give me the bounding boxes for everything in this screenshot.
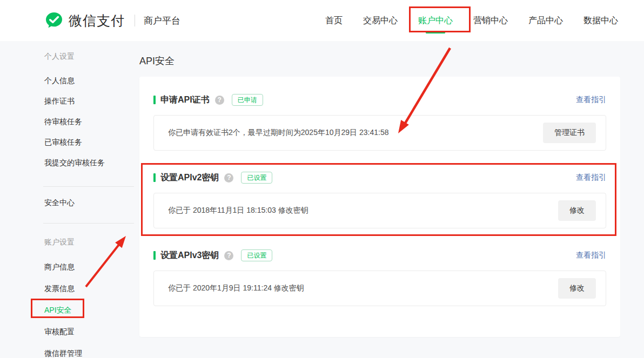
nav-item-account-center[interactable]: 账户中心 bbox=[418, 15, 453, 26]
section-title: 设置APIv2密钥 bbox=[160, 172, 219, 184]
section-box: 你已于 2018年11月1日 18:15:03 修改密钥 修改 bbox=[153, 193, 606, 228]
apiv2-key-status-text: 你已于 2018年11月1日 18:15:03 修改密钥 bbox=[168, 206, 308, 215]
sidebar-item-invoice-info[interactable]: 发票信息 bbox=[0, 278, 139, 300]
sidebar-group-personal-settings: 个人设置 bbox=[0, 46, 139, 67]
sidebar-item-security-center[interactable]: 安全中心 bbox=[0, 193, 139, 213]
page-title: API安全 bbox=[139, 55, 620, 67]
manage-certificate-button[interactable]: 管理证书 bbox=[543, 123, 596, 143]
top-header: 微信支付 商户平台 首页 交易中心 账户中心 营销中心 产品中心 数据中心 bbox=[0, 0, 644, 41]
nav-item-home[interactable]: 首页 bbox=[325, 15, 343, 26]
api-security-card: 申请API证书 ? 已申请 查看指引 你已申请有效证书2个，最早过期时间为202… bbox=[139, 77, 620, 337]
section-box: 你已申请有效证书2个，最早过期时间为2025年10月29日 23:41:58 管… bbox=[153, 115, 606, 151]
section-api-certificate: 申请API证书 ? 已申请 查看指引 你已申请有效证书2个，最早过期时间为202… bbox=[153, 93, 606, 151]
nav-item-marketing-center[interactable]: 营销中心 bbox=[473, 15, 508, 26]
apiv3-key-status-text: 你已于 2020年1月9日 19:11:24 修改密钥 bbox=[168, 283, 304, 293]
modify-apiv3-key-button[interactable]: 修改 bbox=[558, 278, 596, 299]
section-apiv3-key: 设置APIv3密钥 ? 已设置 查看指引 你已于 2020年1月9日 19:11… bbox=[153, 248, 606, 306]
section-accent-bar bbox=[153, 96, 156, 104]
sidebar-item-wechat-group-management[interactable]: 微信群管理 bbox=[0, 343, 139, 358]
wechat-pay-logo-icon bbox=[44, 11, 64, 30]
sidebar-item-personal-info[interactable]: 个人信息 bbox=[0, 71, 139, 91]
help-icon[interactable]: ? bbox=[224, 251, 233, 260]
section-title: 设置APIv3密钥 bbox=[160, 250, 219, 261]
top-nav: 首页 交易中心 账户中心 营销中心 产品中心 数据中心 bbox=[325, 15, 618, 26]
sidebar: 个人设置 个人信息 操作证书 待审核任务 已审核任务 我提交的审核任务 安全中心… bbox=[0, 41, 139, 358]
main-content: API安全 申请API证书 ? 已申请 查看指引 你已申请有效证书2个，最早过期… bbox=[139, 41, 644, 358]
section-title: 申请API证书 bbox=[160, 94, 210, 106]
view-guide-link[interactable]: 查看指引 bbox=[576, 95, 606, 105]
sidebar-group-account-settings: 账户设置 bbox=[0, 232, 139, 253]
view-guide-link[interactable]: 查看指引 bbox=[576, 251, 606, 260]
status-badge: 已设置 bbox=[241, 249, 272, 261]
status-badge: 已设置 bbox=[241, 172, 272, 184]
section-accent-bar bbox=[153, 173, 156, 182]
sidebar-item-merchant-info[interactable]: 商户信息 bbox=[0, 256, 139, 278]
sidebar-item-my-submitted-tasks[interactable]: 我提交的审核任务 bbox=[0, 153, 139, 173]
sidebar-item-operation-cert[interactable]: 操作证书 bbox=[0, 91, 139, 112]
portal-name: 商户平台 bbox=[144, 15, 180, 27]
help-icon[interactable]: ? bbox=[215, 96, 224, 105]
nav-item-product-center[interactable]: 产品中心 bbox=[528, 15, 563, 26]
page: 微信支付 商户平台 首页 交易中心 账户中心 营销中心 产品中心 数据中心 个人… bbox=[0, 0, 644, 358]
nav-item-data-center[interactable]: 数据中心 bbox=[583, 15, 618, 26]
sidebar-item-reviewed-tasks[interactable]: 已审核任务 bbox=[0, 132, 139, 153]
view-guide-link[interactable]: 查看指引 bbox=[576, 173, 606, 183]
certificate-status-text: 你已申请有效证书2个，最早过期时间为2025年10月29日 23:41:58 bbox=[168, 128, 388, 138]
section-accent-bar bbox=[153, 251, 156, 260]
page-body: 个人设置 个人信息 操作证书 待审核任务 已审核任务 我提交的审核任务 安全中心… bbox=[0, 41, 644, 358]
sidebar-item-pending-review-tasks[interactable]: 待审核任务 bbox=[0, 112, 139, 132]
brand-logo[interactable]: 微信支付 商户平台 bbox=[44, 11, 180, 30]
modify-apiv2-key-button[interactable]: 修改 bbox=[558, 200, 596, 221]
section-box: 你已于 2020年1月9日 19:11:24 修改密钥 修改 bbox=[153, 271, 606, 306]
sidebar-item-review-config[interactable]: 审核配置 bbox=[0, 321, 139, 343]
sidebar-divider bbox=[43, 186, 134, 187]
sidebar-divider bbox=[43, 223, 134, 224]
nav-item-transaction-center[interactable]: 交易中心 bbox=[363, 15, 398, 26]
section-apiv2-key: 设置APIv2密钥 ? 已设置 查看指引 你已于 2018年11月1日 18:1… bbox=[153, 171, 606, 228]
brand-name: 微信支付 bbox=[69, 12, 125, 30]
sidebar-item-api-security[interactable]: API安全 bbox=[0, 300, 139, 321]
status-badge: 已申请 bbox=[232, 94, 263, 106]
help-icon[interactable]: ? bbox=[224, 173, 233, 183]
brand-divider bbox=[135, 15, 135, 26]
